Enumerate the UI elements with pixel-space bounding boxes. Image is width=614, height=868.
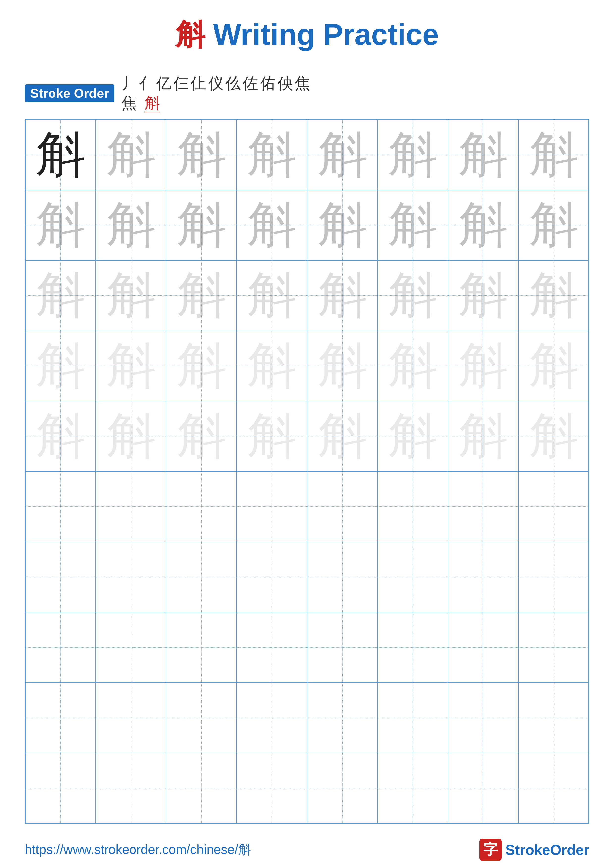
grid-cell[interactable]: 斛	[25, 260, 96, 330]
grid-row	[25, 542, 589, 612]
grid-cell[interactable]	[518, 612, 589, 682]
grid-cell[interactable]	[236, 612, 307, 682]
grid-cell[interactable]: 斛	[378, 401, 448, 471]
grid-cell[interactable]	[448, 612, 518, 682]
grid-cell[interactable]: 斛	[448, 331, 518, 401]
grid-cell[interactable]	[96, 682, 166, 753]
stroke-7: 仫	[225, 75, 241, 92]
grid-cell[interactable]	[518, 753, 589, 823]
footer: https://www.strokeorder.com/chinese/斛 字 …	[25, 839, 589, 861]
grid-cell[interactable]	[448, 542, 518, 612]
grid-cell[interactable]	[166, 542, 236, 612]
stroke-12: 焦 斛	[121, 95, 350, 112]
grid-row: 斛斛斛斛斛斛斛斛	[25, 119, 589, 190]
grid-cell[interactable]: 斛	[236, 401, 307, 471]
stroke-1: 丿	[121, 75, 137, 92]
grid-cell[interactable]	[96, 542, 166, 612]
grid-cell[interactable]	[307, 753, 378, 823]
grid-cell[interactable]: 斛	[307, 401, 378, 471]
grid-cell[interactable]	[166, 753, 236, 823]
grid-cell[interactable]: 斛	[307, 119, 378, 190]
grid-cell[interactable]: 斛	[448, 260, 518, 330]
grid-cell[interactable]	[166, 471, 236, 542]
grid-cell[interactable]: 斛	[236, 260, 307, 330]
grid-cell[interactable]	[448, 753, 518, 823]
grid-cell[interactable]	[307, 612, 378, 682]
grid-cell[interactable]	[378, 753, 448, 823]
stroke-11: 焦	[295, 75, 310, 92]
grid-cell[interactable]	[25, 682, 96, 753]
grid-cell[interactable]: 斛	[166, 331, 236, 401]
grid-cell[interactable]	[448, 471, 518, 542]
grid-cell[interactable]	[25, 542, 96, 612]
grid-cell[interactable]	[378, 682, 448, 753]
grid-cell[interactable]: 斛	[378, 260, 448, 330]
grid-cell[interactable]	[25, 471, 96, 542]
grid-cell[interactable]	[166, 612, 236, 682]
grid-cell[interactable]: 斛	[518, 190, 589, 260]
grid-cell[interactable]	[307, 471, 378, 542]
grid-cell[interactable]: 斛	[96, 401, 166, 471]
grid-cell[interactable]	[96, 753, 166, 823]
grid-cell[interactable]: 斛	[25, 190, 96, 260]
grid-cell[interactable]	[236, 682, 307, 753]
grid-cell[interactable]: 斛	[448, 401, 518, 471]
grid-cell[interactable]: 斛	[518, 331, 589, 401]
grid-cell[interactable]	[518, 542, 589, 612]
grid-cell[interactable]: 斛	[518, 401, 589, 471]
grid-cell[interactable]: 斛	[96, 119, 166, 190]
grid-cell[interactable]: 斛	[307, 331, 378, 401]
grid-cell[interactable]: 斛	[518, 119, 589, 190]
grid-cell[interactable]	[166, 682, 236, 753]
grid-cell[interactable]: 斛	[307, 260, 378, 330]
grid-cell[interactable]	[96, 471, 166, 542]
grid-row: 斛斛斛斛斛斛斛斛	[25, 401, 589, 471]
grid-cell[interactable]: 斛	[96, 190, 166, 260]
grid-cell[interactable]: 斛	[236, 119, 307, 190]
grid-cell[interactable]: 斛	[307, 190, 378, 260]
grid-cell[interactable]: 斛	[166, 190, 236, 260]
stroke-2: 亻	[139, 75, 154, 92]
grid-cell[interactable]: 斛	[166, 401, 236, 471]
grid-cell[interactable]	[236, 471, 307, 542]
grid-cell[interactable]	[307, 682, 378, 753]
grid-cell[interactable]: 斛	[25, 119, 96, 190]
stroke-order-label: Stroke Order	[25, 84, 114, 102]
grid-cell[interactable]: 斛	[25, 401, 96, 471]
grid-cell[interactable]: 斛	[448, 119, 518, 190]
grid-cell[interactable]: 斛	[236, 331, 307, 401]
grid-row	[25, 612, 589, 682]
grid-cell[interactable]	[518, 682, 589, 753]
stroke-3: 亿	[156, 75, 171, 92]
grid-cell[interactable]	[236, 542, 307, 612]
footer-logo-text: StrokeOrder	[505, 842, 589, 858]
grid-row: 斛斛斛斛斛斛斛斛	[25, 260, 589, 330]
grid-row	[25, 471, 589, 542]
grid-cell[interactable]	[378, 542, 448, 612]
footer-url[interactable]: https://www.strokeorder.com/chinese/斛	[25, 841, 251, 858]
grid-cell[interactable]	[96, 612, 166, 682]
grid-cell[interactable]	[25, 753, 96, 823]
grid-cell[interactable]	[518, 471, 589, 542]
grid-cell[interactable]	[25, 612, 96, 682]
grid-cell[interactable]: 斛	[378, 331, 448, 401]
grid-cell[interactable]	[307, 542, 378, 612]
grid-cell[interactable]: 斛	[25, 331, 96, 401]
grid-cell[interactable]: 斛	[448, 190, 518, 260]
footer-logo-icon: 字	[479, 839, 502, 861]
grid-cell[interactable]: 斛	[96, 260, 166, 330]
grid-cell[interactable]	[448, 682, 518, 753]
grid-cell[interactable]	[378, 471, 448, 542]
stroke-9: 佑	[260, 75, 275, 92]
grid-cell[interactable]: 斛	[518, 260, 589, 330]
grid-cell[interactable]	[236, 753, 307, 823]
grid-cell[interactable]: 斛	[378, 119, 448, 190]
grid-cell[interactable]: 斛	[96, 331, 166, 401]
grid-cell[interactable]: 斛	[166, 260, 236, 330]
grid-cell[interactable]: 斛	[166, 119, 236, 190]
grid-cell[interactable]: 斛	[236, 190, 307, 260]
page-title: 斛 Writing Practice	[25, 15, 589, 55]
grid-cell[interactable]: 斛	[378, 190, 448, 260]
grid-cell[interactable]	[378, 612, 448, 682]
grid-row	[25, 682, 589, 753]
